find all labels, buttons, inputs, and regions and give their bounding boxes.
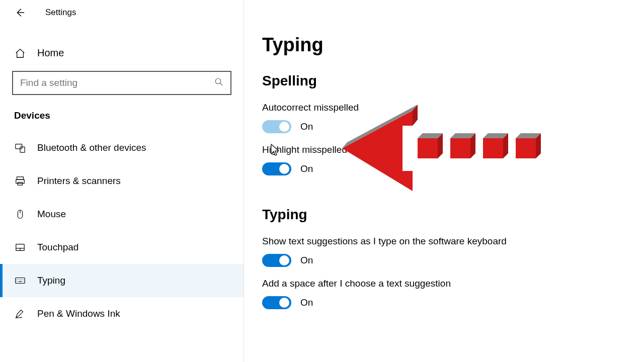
app-title: Settings: [45, 8, 76, 18]
setting-add-space: Add a space after I choose a text sugges…: [262, 278, 624, 309]
touchpad-icon: [14, 242, 26, 253]
toggle-state: On: [300, 297, 313, 308]
svg-rect-5: [18, 183, 22, 186]
sidebar-item-pen[interactable]: Pen & Windows Ink: [0, 297, 244, 330]
page-title: Typing: [262, 34, 624, 56]
svg-rect-3: [17, 177, 24, 180]
toggle-state: On: [300, 255, 313, 266]
back-button[interactable]: [14, 7, 25, 18]
main-content: Typing Spelling Autocorrect misspelled O…: [244, 0, 644, 362]
sidebar-item-label: Typing: [37, 275, 65, 286]
sidebar: Settings Home Devices: [0, 0, 244, 362]
setting-label: Highlight misspelled wo: [262, 144, 624, 155]
sidebar-item-mouse[interactable]: Mouse: [0, 198, 244, 231]
svg-rect-1: [16, 144, 22, 149]
setting-autocorrect: Autocorrect misspelled On: [262, 102, 624, 133]
setting-label: Autocorrect misspelled: [262, 102, 624, 113]
sidebar-item-printers[interactable]: Printers & scanners: [0, 164, 244, 198]
home-icon: [14, 48, 26, 59]
sidebar-item-bluetooth[interactable]: Bluetooth & other devices: [0, 131, 244, 164]
setting-label: Show text suggestions as I type on the s…: [262, 236, 624, 247]
bluetooth-devices-icon: [14, 142, 26, 153]
svg-rect-4: [16, 179, 25, 183]
sidebar-item-touchpad[interactable]: Touchpad: [0, 231, 244, 264]
pen-icon: [14, 308, 26, 319]
svg-rect-2: [20, 147, 25, 152]
sidebar-home[interactable]: Home: [0, 38, 244, 68]
section-heading-spelling: Spelling: [262, 73, 624, 89]
sidebar-item-typing[interactable]: Typing: [0, 264, 244, 297]
mouse-icon: [14, 209, 26, 220]
setting-label: Add a space after I choose a text sugges…: [262, 278, 624, 289]
sidebar-category: Devices: [0, 95, 244, 126]
svg-point-0: [215, 78, 221, 84]
setting-suggestions: Show text suggestions as I type on the s…: [262, 236, 624, 267]
home-label: Home: [37, 47, 64, 59]
toggle-suggestions[interactable]: [262, 254, 291, 267]
toggle-highlight[interactable]: [262, 162, 291, 175]
setting-highlight: Highlight misspelled wo On: [262, 144, 624, 175]
toggle-state: On: [300, 163, 313, 174]
search-icon: [214, 77, 223, 88]
section-heading-typing: Typing: [262, 207, 624, 223]
keyboard-icon: [14, 275, 26, 286]
sidebar-nav: Bluetooth & other devices Printers & sca…: [0, 131, 244, 330]
sidebar-item-label: Pen & Windows Ink: [37, 308, 120, 319]
sidebar-item-label: Bluetooth & other devices: [37, 142, 146, 153]
sidebar-item-label: Mouse: [37, 209, 66, 220]
sidebar-item-label: Printers & scanners: [37, 175, 121, 187]
svg-rect-8: [16, 278, 25, 284]
sidebar-item-label: Touchpad: [37, 242, 78, 253]
search-input[interactable]: [12, 71, 231, 95]
search-field[interactable]: [20, 77, 209, 88]
toggle-state: On: [300, 121, 313, 132]
printer-icon: [14, 175, 26, 187]
toggle-add-space[interactable]: [262, 296, 291, 309]
toggle-autocorrect[interactable]: [262, 120, 291, 133]
